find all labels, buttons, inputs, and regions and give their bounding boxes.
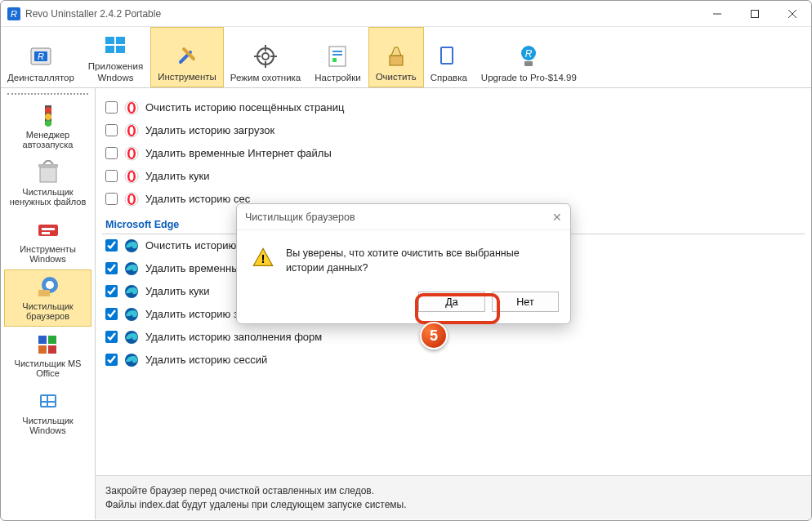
svg-text:R: R — [38, 51, 44, 61]
svg-point-32 — [45, 114, 51, 120]
list-row[interactable]: Удалить историю сессий — [102, 349, 805, 372]
dialog-yes-button[interactable]: Да — [418, 292, 485, 312]
list-row[interactable]: Удалить временные Интернет файлы — [102, 142, 805, 165]
dialog-close-icon[interactable]: ✕ — [552, 211, 562, 224]
sidebar-autorun[interactable]: Менеджер автозапуска — [4, 98, 91, 155]
step-badge: 5 — [420, 322, 448, 350]
browser-icon — [124, 353, 139, 367]
toolbar-uninstaller[interactable]: RДеинсталлятор — [1, 27, 82, 87]
wincleaner-icon — [35, 388, 61, 414]
toolbar-tools[interactable]: Инструменты — [150, 27, 224, 87]
svg-point-55 — [130, 149, 134, 158]
svg-rect-44 — [38, 345, 47, 354]
toolbar-upgrade[interactable]: RUpgrade to Pro-$14.99 — [475, 27, 584, 87]
list-row[interactable]: Удалить историю заполнения форм — [102, 326, 805, 349]
row-checkbox[interactable] — [105, 262, 118, 274]
sidebar-label: Чистильщик MS Office — [7, 358, 89, 378]
footer-line1: Закройте браузер перед очисткой оставлен… — [105, 485, 801, 497]
sidebar: Менеджер автозапускаЧистильщик ненужных … — [1, 88, 96, 519]
dialog-message: Вы уверены, что хотите очистить все выбр… — [286, 247, 555, 275]
sidebar-label: Менеджер автозапуска — [7, 130, 89, 149]
row-checkbox[interactable] — [105, 170, 118, 182]
browser-icon — [124, 261, 139, 276]
list-row[interactable]: Удалить куки — [102, 165, 805, 188]
sidebar-label: Инструменты Windows — [7, 244, 89, 264]
svg-rect-42 — [38, 336, 47, 344]
row-label: Очистить историю по — [145, 239, 251, 252]
sidebar-wincleaner[interactable]: Чистильщик Windows — [4, 384, 91, 441]
browser-icon — [124, 307, 139, 322]
svg-rect-34 — [40, 167, 56, 182]
svg-point-40 — [46, 281, 54, 289]
app-icon: R — [7, 7, 20, 20]
svg-text:!: ! — [261, 252, 265, 265]
row-checkbox[interactable] — [105, 193, 118, 205]
warning-icon: ! — [252, 247, 274, 275]
list-row[interactable]: Очистить историю посещённых страниц — [102, 96, 805, 119]
row-checkbox[interactable] — [105, 147, 118, 159]
list-row[interactable]: Удалить историю загрузок — [102, 119, 805, 142]
footer-line2: Файлы index.dat будут удалены при следую… — [105, 499, 801, 510]
sidebar-junk[interactable]: Чистильщик ненужных файлов — [4, 155, 91, 212]
svg-point-49 — [130, 104, 134, 112]
minimize-button[interactable] — [698, 1, 736, 26]
sidebar-wintools[interactable]: Инструменты Windows — [4, 212, 91, 269]
sidebar-browsers[interactable]: Чистильщик браузеров — [4, 269, 91, 327]
row-checkbox[interactable] — [105, 308, 118, 320]
dialog-title: Чистильщик браузеров — [245, 212, 355, 223]
toolbar-label: Очистить — [376, 72, 417, 83]
toolbar-winapps[interactable]: ПриложенияWndows — [82, 27, 150, 87]
toolbar-label: ПриложенияWndows — [88, 61, 143, 84]
browser-icon — [124, 238, 139, 253]
sidebar-office[interactable]: Чистильщик MS Office — [4, 327, 91, 384]
browser-icon — [124, 169, 139, 184]
settings-icon — [324, 43, 350, 69]
row-checkbox[interactable] — [105, 239, 118, 252]
svg-rect-38 — [42, 232, 50, 234]
dialog-no-button[interactable]: Нет — [492, 292, 559, 312]
svg-point-33 — [45, 120, 51, 127]
confirm-dialog: Чистильщик браузеров ✕ ! Вы уверены, что… — [236, 203, 571, 324]
svg-point-16 — [262, 53, 269, 60]
clean-icon — [383, 42, 409, 69]
svg-text:R: R — [525, 48, 533, 60]
row-checkbox[interactable] — [105, 101, 118, 114]
titlebar: R Revo Uninstaller 2.4.2 Portable — [1, 1, 811, 27]
browser-icon — [124, 330, 139, 345]
uninstaller-icon: R — [28, 43, 54, 69]
toolbar-settings[interactable]: Настройки — [308, 27, 368, 87]
toolbar-hunter[interactable]: Режим охотника — [224, 27, 308, 87]
close-button[interactable] — [774, 1, 811, 26]
toolbar-help[interactable]: Справка — [424, 27, 475, 87]
row-label: Очистить историю посещённых страниц — [145, 101, 344, 114]
toolbar-label: Инструменты — [158, 72, 216, 83]
maximize-button[interactable] — [736, 1, 774, 26]
toolbar-clean[interactable]: Очистить — [368, 27, 424, 87]
row-checkbox[interactable] — [105, 354, 118, 366]
row-checkbox[interactable] — [105, 285, 118, 297]
toolbar-label: Настройки — [315, 73, 360, 84]
office-icon — [35, 331, 61, 357]
autorun-icon — [35, 102, 61, 128]
help-icon — [435, 43, 462, 69]
row-label: Удалить временные Интернет файлы — [145, 147, 332, 159]
dialog-titlebar: Чистильщик браузеров ✕ — [237, 204, 570, 230]
toolbar-label: Деинсталлятор — [7, 73, 74, 84]
window-controls — [698, 1, 811, 26]
svg-rect-10 — [116, 37, 125, 44]
svg-rect-26 — [442, 48, 452, 63]
row-label: Удалить историю заполнения форм — [145, 331, 322, 343]
svg-point-58 — [130, 172, 134, 180]
svg-rect-11 — [105, 46, 114, 53]
upgrade-icon: R — [515, 43, 542, 69]
svg-point-61 — [130, 195, 134, 203]
browser-icon — [124, 192, 139, 207]
row-checkbox[interactable] — [105, 331, 118, 343]
hunter-icon — [252, 43, 279, 69]
browser-icon — [124, 284, 139, 299]
wintools-icon — [35, 216, 61, 243]
svg-rect-41 — [38, 290, 50, 296]
toolbar-label: Справка — [431, 73, 467, 84]
row-checkbox[interactable] — [105, 124, 118, 136]
tools-icon — [174, 42, 200, 69]
